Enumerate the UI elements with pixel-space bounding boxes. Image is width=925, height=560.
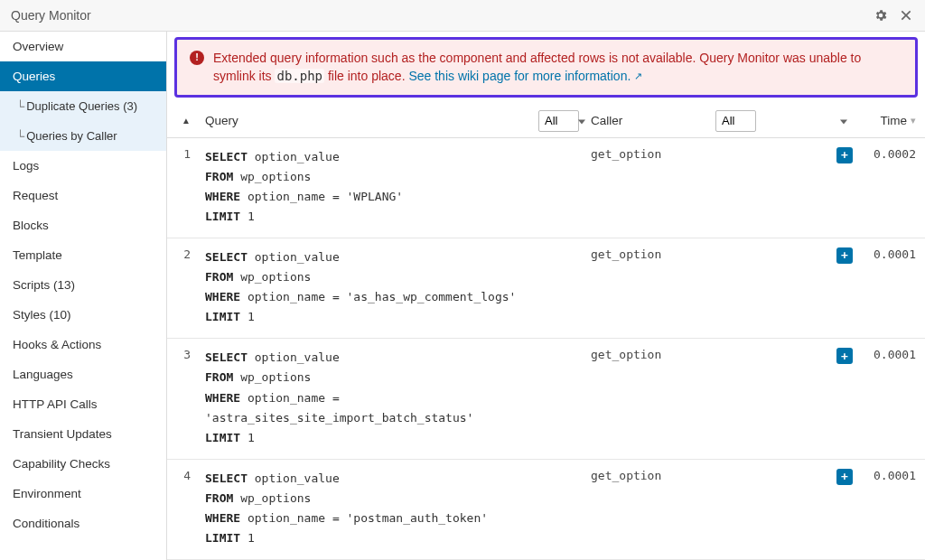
expand-button[interactable]: + xyxy=(836,247,853,264)
sql-keyword: FROM xyxy=(205,170,233,183)
sidebar-item-label: Hooks & Actions xyxy=(13,338,101,351)
table-row: 2SELECT option_valueFROM wp_optionsWHERE… xyxy=(167,238,925,339)
query-cell: SELECT option_valueFROM wp_optionsWHERE … xyxy=(200,348,591,447)
sidebar-item-label: Queries xyxy=(13,70,55,83)
sidebar-item[interactable]: Environment xyxy=(0,479,166,509)
caller-text: get_option xyxy=(591,348,829,361)
tree-prefix: └ xyxy=(16,129,24,143)
column-header-caller[interactable]: Caller xyxy=(591,114,622,127)
sidebar-item[interactable]: └Queries by Caller xyxy=(0,121,166,151)
sidebar-item[interactable]: HTTP API Calls xyxy=(0,389,166,419)
external-link-icon: ↗ xyxy=(634,70,642,81)
column-header-query[interactable]: Query xyxy=(205,114,238,127)
table-row: 3SELECT option_valueFROM wp_optionsWHERE… xyxy=(167,339,925,459)
sidebar-item-label: Blocks xyxy=(13,219,49,232)
caller-cell: get_option+ xyxy=(591,147,853,227)
sql-keyword: FROM xyxy=(205,370,233,384)
error-icon: ! xyxy=(190,51,204,65)
wiki-link[interactable]: See this wiki page for more information.… xyxy=(408,69,642,83)
caller-filter-select[interactable]: All xyxy=(715,110,756,132)
sidebar-item[interactable]: Request xyxy=(0,181,166,210)
main-content: ! Extended query information such as the… xyxy=(167,32,925,560)
sidebar-item-label: Queries by Caller xyxy=(26,129,117,143)
sidebar-item[interactable]: Conditionals xyxy=(0,509,166,538)
sidebar-item-label: Logs xyxy=(13,159,39,173)
sidebar: OverviewQueries└Duplicate Queries (3)└Qu… xyxy=(0,32,167,560)
time-cell: 0.0001 xyxy=(853,469,916,548)
row-number: 1 xyxy=(173,147,200,227)
sidebar-item[interactable]: Queries xyxy=(0,61,166,91)
sidebar-item-label: HTTP API Calls xyxy=(13,397,98,411)
query-cell: SELECT option_valueFROM wp_optionsWHERE … xyxy=(200,247,591,327)
sort-indicator[interactable]: ▲ xyxy=(173,116,200,126)
sidebar-item[interactable]: Transient Updates xyxy=(0,419,166,449)
sidebar-item-label: Template xyxy=(13,248,62,262)
expand-button[interactable]: + xyxy=(836,147,853,163)
sidebar-item-label: Duplicate Queries (3) xyxy=(26,99,137,113)
sql-keyword: WHERE xyxy=(205,391,240,405)
sql-keyword: SELECT xyxy=(205,250,248,264)
panel-header: Query Monitor xyxy=(0,0,925,32)
sql-keyword: FROM xyxy=(205,270,233,284)
sql-keyword: WHERE xyxy=(205,190,240,203)
time-cell: 0.0002 xyxy=(853,147,916,227)
sql-keyword: LIMIT xyxy=(205,310,240,323)
sidebar-item-label: Styles (10) xyxy=(13,308,71,322)
sql-keyword: WHERE xyxy=(205,511,240,525)
sidebar-item-label: Scripts (13) xyxy=(13,278,75,292)
expand-button[interactable]: + xyxy=(836,469,853,485)
close-icon[interactable] xyxy=(898,7,914,23)
warning-notice: ! Extended query information such as the… xyxy=(174,37,918,98)
tree-prefix: └ xyxy=(16,99,24,113)
sidebar-item[interactable]: └Duplicate Queries (3) xyxy=(0,91,166,121)
row-number: 4 xyxy=(173,469,200,548)
gear-icon[interactable] xyxy=(873,7,889,23)
sql-keyword: SELECT xyxy=(205,350,248,364)
sidebar-item[interactable]: Capability Checks xyxy=(0,449,166,479)
sql-keyword: LIMIT xyxy=(205,210,240,223)
table-row: 4SELECT option_valueFROM wp_optionsWHERE… xyxy=(167,460,925,560)
funnel-icon[interactable]: ▾ xyxy=(911,115,916,126)
caller-text: get_option xyxy=(591,247,829,261)
sidebar-item-label: Capability Checks xyxy=(13,457,110,471)
caller-cell: get_option+ xyxy=(591,348,853,447)
sidebar-item[interactable]: Languages xyxy=(0,359,166,389)
query-cell: SELECT option_valueFROM wp_optionsWHERE … xyxy=(200,469,591,548)
sidebar-item[interactable]: Overview xyxy=(0,32,166,61)
sidebar-item[interactable]: Styles (10) xyxy=(0,300,166,330)
sidebar-item[interactable]: Logs xyxy=(0,151,166,181)
sidebar-item-label: Environment xyxy=(13,487,81,500)
sidebar-item[interactable]: Hooks & Actions xyxy=(0,330,166,359)
query-cell: SELECT option_valueFROM wp_optionsWHERE … xyxy=(200,147,591,227)
column-header-time[interactable]: Time xyxy=(881,114,908,127)
expand-button[interactable]: + xyxy=(836,348,853,364)
row-number: 3 xyxy=(173,348,200,447)
sidebar-item-label: Transient Updates xyxy=(13,427,112,441)
panel-title: Query Monitor xyxy=(11,8,91,23)
sidebar-item[interactable]: Template xyxy=(0,240,166,270)
sidebar-item-label: Languages xyxy=(13,368,73,381)
caller-text: get_option xyxy=(591,147,829,161)
caller-cell: get_option+ xyxy=(591,469,853,548)
sidebar-item-label: Overview xyxy=(13,40,63,53)
sql-keyword: FROM xyxy=(205,491,233,505)
time-cell: 0.0001 xyxy=(853,348,916,447)
caller-text: get_option xyxy=(591,469,829,482)
sidebar-item[interactable]: Blocks xyxy=(0,210,166,240)
sql-keyword: SELECT xyxy=(205,150,248,163)
sql-keyword: LIMIT xyxy=(205,531,240,545)
table-header: ▲ Query All Caller All xyxy=(167,105,925,138)
query-filter-select[interactable]: All xyxy=(538,110,579,132)
sidebar-item-label: Request xyxy=(13,189,58,202)
caller-cell: get_option+ xyxy=(591,247,853,327)
sql-keyword: LIMIT xyxy=(205,431,240,444)
time-cell: 0.0001 xyxy=(853,247,916,327)
row-number: 2 xyxy=(173,247,200,327)
sql-keyword: WHERE xyxy=(205,290,240,303)
sidebar-item-label: Conditionals xyxy=(13,517,79,530)
sql-keyword: SELECT xyxy=(205,471,248,485)
table-row: 1SELECT option_valueFROM wp_optionsWHERE… xyxy=(167,138,925,238)
sidebar-item[interactable]: Scripts (13) xyxy=(0,270,166,300)
notice-text: Extended query information such as the c… xyxy=(213,49,902,86)
table-body: 1SELECT option_valueFROM wp_optionsWHERE… xyxy=(167,138,925,560)
